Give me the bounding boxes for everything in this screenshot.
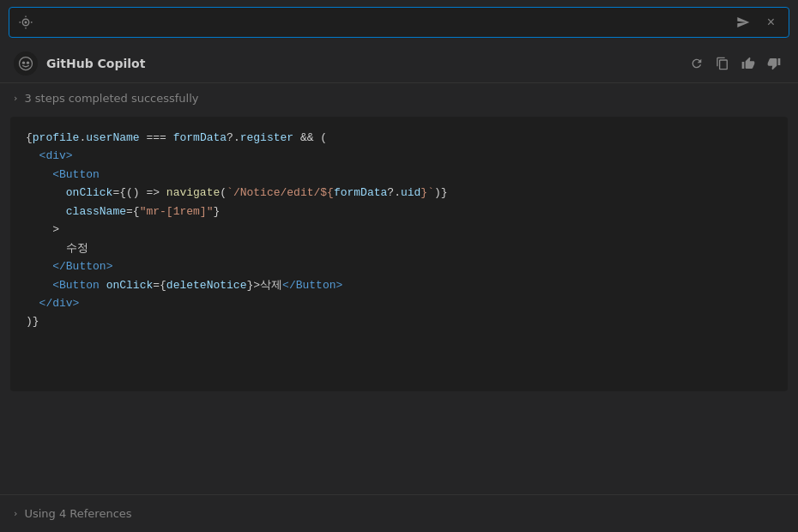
code-line-4: onClick={() => navigate(`/Notice/edit/${… — [26, 184, 772, 202]
svg-point-2 — [20, 57, 33, 70]
svg-point-4 — [27, 62, 29, 64]
redo-button[interactable] — [686, 53, 707, 74]
code-block: {profile.userName === formData?.register… — [10, 117, 788, 391]
code-line-2: <div> — [26, 147, 772, 165]
code-line-9: <Button onClick={deleteNotice}>삭제</Butto… — [26, 276, 772, 294]
copilot-input-icon — [18, 15, 33, 30]
code-line-1: {profile.userName === formData?.register… — [26, 129, 772, 147]
thumbs-down-button[interactable] — [764, 53, 784, 74]
search-input[interactable] — [42, 16, 724, 29]
copilot-name: GitHub Copilot — [46, 57, 145, 70]
header-actions — [686, 53, 784, 74]
references-text: Using 4 References — [24, 507, 131, 520]
svg-point-1 — [25, 21, 27, 24]
search-bar: × — [9, 7, 789, 38]
send-button[interactable] — [733, 14, 753, 31]
code-line-3: <Button — [26, 166, 772, 184]
code-line-6: > — [26, 221, 772, 239]
references-chevron-icon: › — [14, 508, 17, 519]
steps-completed[interactable]: › 3 steps completed successfully — [0, 83, 798, 113]
code-line-8: </Button> — [26, 257, 772, 275]
svg-point-3 — [22, 62, 25, 64]
close-button[interactable]: × — [762, 13, 780, 32]
code-line-10: </div> — [26, 294, 772, 312]
copilot-header: GitHub Copilot — [0, 45, 798, 83]
steps-text: 3 steps completed successfully — [24, 92, 198, 105]
copy-button[interactable] — [712, 53, 733, 74]
code-line-5: className={"mr-[1rem]"} — [26, 203, 772, 221]
copilot-logo — [14, 51, 38, 76]
code-line-11: )} — [26, 312, 772, 330]
code-line-7: 수정 — [26, 239, 772, 257]
thumbs-up-button[interactable] — [738, 53, 759, 74]
references-bar[interactable]: › Using 4 References — [0, 494, 798, 532]
chevron-right-icon: › — [14, 93, 17, 104]
app-container: × GitHub Copilot — [0, 0, 798, 532]
copilot-identity: GitHub Copilot — [14, 51, 145, 76]
